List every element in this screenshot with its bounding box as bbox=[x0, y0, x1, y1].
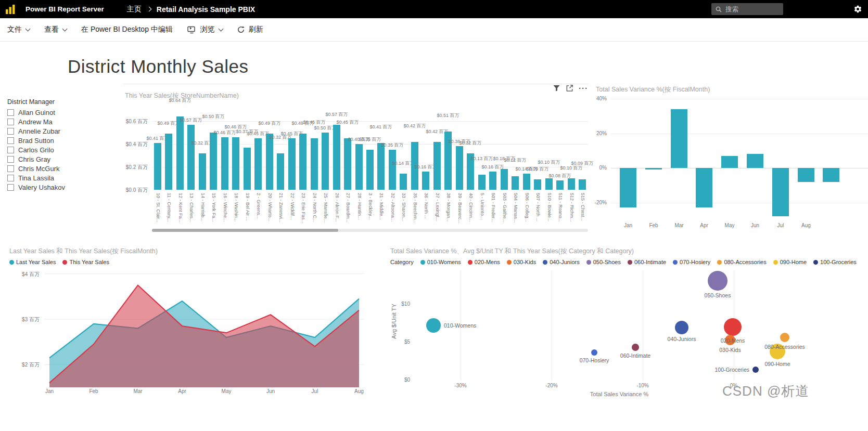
legend-item[interactable]: This Year Sales bbox=[62, 259, 109, 265]
bar-store-sales[interactable] bbox=[254, 138, 262, 190]
area-chart-plot[interactable] bbox=[44, 269, 364, 389]
checkbox-unchecked-icon[interactable] bbox=[7, 128, 14, 135]
bar-variance[interactable] bbox=[645, 168, 662, 169]
bar-variance[interactable] bbox=[772, 168, 789, 216]
slicer-option[interactable]: Carlos Grilo bbox=[7, 147, 65, 153]
breadcrumb-home[interactable]: 主页 bbox=[127, 5, 142, 14]
slicer-option[interactable]: Brad Sutton bbox=[7, 137, 65, 144]
bar-store-sales[interactable] bbox=[322, 133, 329, 190]
scatter-bubble[interactable] bbox=[752, 367, 759, 373]
legend-item[interactable]: 050-Shoes bbox=[586, 259, 621, 265]
bar-store-sales[interactable] bbox=[400, 174, 407, 190]
bar-store-sales[interactable] bbox=[210, 133, 217, 190]
x-axis-category-label: 506 - Colleg... bbox=[525, 193, 530, 225]
bar-variance[interactable] bbox=[620, 168, 636, 207]
bar-store-sales[interactable] bbox=[299, 134, 307, 190]
checkbox-unchecked-icon[interactable] bbox=[7, 184, 14, 191]
checkbox-unchecked-icon[interactable] bbox=[7, 175, 14, 181]
slicer-option[interactable]: Allan Guinot bbox=[7, 109, 65, 116]
bar-store-sales[interactable] bbox=[154, 143, 161, 190]
bar-store-sales[interactable] bbox=[311, 138, 318, 190]
bar-store-sales[interactable] bbox=[355, 144, 363, 190]
checkbox-unchecked-icon[interactable] bbox=[7, 109, 14, 116]
bar-variance[interactable] bbox=[721, 156, 738, 168]
bar-store-sales[interactable] bbox=[344, 138, 351, 190]
chart-scrollbar-thumb[interactable] bbox=[152, 229, 338, 232]
bar-store-sales[interactable] bbox=[187, 125, 195, 190]
checkbox-unchecked-icon[interactable] bbox=[7, 147, 14, 153]
bar-store-sales[interactable] bbox=[523, 174, 530, 190]
bar-store-sales[interactable] bbox=[232, 137, 239, 190]
scatter-bubble[interactable] bbox=[426, 318, 441, 333]
bar-store-sales[interactable] bbox=[501, 169, 508, 190]
bar-store-sales[interactable] bbox=[266, 134, 273, 190]
legend-item[interactable]: 020-Mens bbox=[468, 259, 500, 265]
filter-icon[interactable] bbox=[553, 84, 560, 92]
bar-store-sales[interactable] bbox=[534, 179, 541, 190]
legend-item[interactable]: 060-Intimate bbox=[628, 259, 666, 265]
bar-variance[interactable] bbox=[696, 168, 712, 207]
bar-store-sales[interactable] bbox=[176, 116, 184, 190]
bar-variance[interactable] bbox=[798, 168, 814, 182]
bar-store-sales[interactable] bbox=[377, 143, 385, 190]
checkbox-unchecked-icon[interactable] bbox=[7, 119, 14, 125]
slicer-option[interactable]: Tina Lassila bbox=[7, 175, 65, 181]
search-input[interactable] bbox=[725, 6, 775, 13]
edit-in-desktop-button[interactable]: 在 Power BI Desktop 中编辑 bbox=[81, 25, 173, 34]
bar-store-sales[interactable] bbox=[545, 178, 553, 190]
bar-variance[interactable] bbox=[823, 168, 839, 182]
legend-item[interactable]: 040-Juniors bbox=[543, 259, 579, 265]
bar-store-sales[interactable] bbox=[288, 138, 296, 190]
bar-store-sales[interactable] bbox=[456, 146, 463, 190]
search-box[interactable] bbox=[711, 3, 783, 15]
file-menu[interactable]: 文件 bbox=[7, 25, 30, 34]
bar-variance[interactable] bbox=[671, 109, 687, 168]
legend-item[interactable]: 100-Groceries bbox=[813, 259, 857, 265]
bar-store-sales[interactable] bbox=[221, 137, 228, 190]
bar-store-sales[interactable] bbox=[489, 172, 496, 190]
legend-item[interactable]: 080-Accessories bbox=[717, 259, 766, 265]
scatter-bubble[interactable] bbox=[632, 344, 639, 351]
bar-store-sales[interactable] bbox=[277, 153, 284, 190]
bar-variance[interactable] bbox=[747, 154, 763, 168]
checkbox-unchecked-icon[interactable] bbox=[7, 156, 14, 163]
bar-store-sales[interactable] bbox=[333, 125, 340, 190]
settings-gear-icon[interactable] bbox=[853, 5, 862, 14]
bar-store-sales[interactable] bbox=[568, 178, 575, 190]
checkbox-unchecked-icon[interactable] bbox=[7, 165, 14, 172]
bar-store-sales[interactable] bbox=[556, 180, 564, 190]
bar-store-sales[interactable] bbox=[478, 175, 486, 190]
bar-store-sales[interactable] bbox=[579, 179, 586, 190]
legend-item[interactable]: 090-Home bbox=[773, 259, 807, 265]
bar-store-sales[interactable] bbox=[366, 150, 374, 190]
focus-mode-icon[interactable] bbox=[566, 84, 573, 92]
legend-item[interactable]: 070-Hosiery bbox=[673, 259, 710, 265]
scatter-bubble[interactable] bbox=[724, 318, 742, 336]
legend-item[interactable]: 010-Womens bbox=[420, 259, 461, 265]
bar-store-sales[interactable] bbox=[512, 176, 519, 190]
slicer-option[interactable]: Valery Ushakov bbox=[7, 184, 65, 191]
legend-item[interactable]: 030-Kids bbox=[507, 259, 536, 265]
checkbox-unchecked-icon[interactable] bbox=[7, 137, 14, 144]
scatter-bubble[interactable] bbox=[675, 321, 688, 334]
scatter-bubble[interactable] bbox=[780, 333, 789, 342]
scatter-bubble[interactable] bbox=[708, 271, 727, 291]
slicer-option[interactable]: Andrew Ma bbox=[7, 119, 65, 125]
powerbi-logo-icon[interactable] bbox=[5, 4, 16, 15]
browse-menu[interactable]: 浏览 bbox=[187, 25, 223, 34]
slicer-option[interactable]: Chris Gray bbox=[7, 156, 65, 163]
view-menu[interactable]: 查看 bbox=[44, 25, 67, 34]
refresh-button[interactable]: 刷新 bbox=[237, 25, 263, 34]
bar-store-sales[interactable] bbox=[199, 153, 206, 190]
more-options-icon[interactable]: ··· bbox=[579, 85, 588, 92]
scatter-bubble[interactable] bbox=[591, 349, 597, 356]
bar-store-sales[interactable] bbox=[244, 148, 251, 190]
bar-store-sales[interactable] bbox=[389, 150, 396, 190]
bar-store-sales[interactable] bbox=[422, 172, 429, 190]
bar-store-sales[interactable] bbox=[433, 142, 441, 190]
slicer-option[interactable]: Chris McGurk bbox=[7, 165, 65, 172]
bar-store-sales[interactable] bbox=[165, 134, 172, 190]
legend-item[interactable]: Last Year Sales bbox=[9, 259, 56, 265]
slicer-option[interactable]: Annelie Zubar bbox=[7, 128, 65, 135]
slicer-option-label: Valery Ushakov bbox=[18, 184, 65, 191]
